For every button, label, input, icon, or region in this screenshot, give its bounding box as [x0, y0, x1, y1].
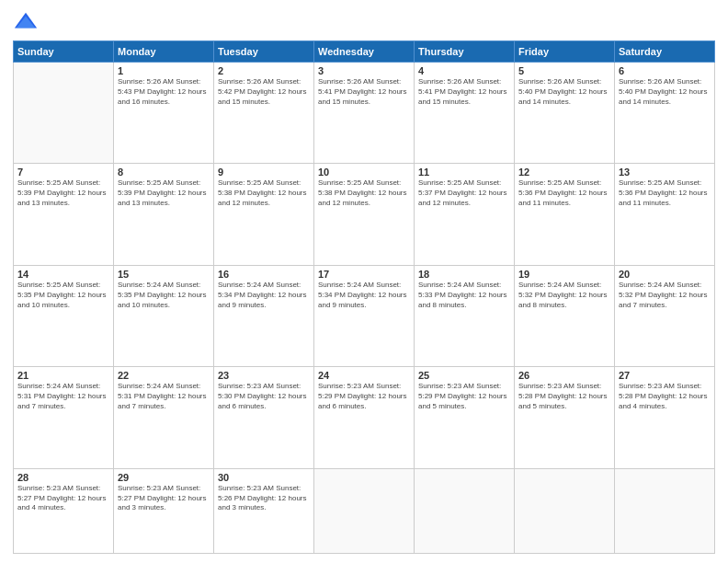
day-number: 14 — [17, 269, 109, 280]
col-header-monday: Monday — [114, 41, 214, 63]
day-number: 22 — [118, 370, 210, 381]
day-info: Sunrise: 5:26 AM Sunset: 5:41 PM Dayligh… — [318, 77, 410, 107]
calendar-cell: 8Sunrise: 5:25 AM Sunset: 5:39 PM Daylig… — [114, 164, 214, 265]
day-info: Sunrise: 5:25 AM Sunset: 5:36 PM Dayligh… — [619, 178, 711, 208]
day-info: Sunrise: 5:24 AM Sunset: 5:34 PM Dayligh… — [218, 281, 310, 310]
calendar-cell: 30Sunrise: 5:23 AM Sunset: 5:26 PM Dayli… — [214, 468, 314, 553]
calendar-cell: 22Sunrise: 5:24 AM Sunset: 5:31 PM Dayli… — [114, 367, 214, 468]
calendar-cell: 18Sunrise: 5:24 AM Sunset: 5:33 PM Dayli… — [415, 265, 515, 366]
calendar-cell — [14, 63, 114, 164]
calendar-cell: 17Sunrise: 5:24 AM Sunset: 5:34 PM Dayli… — [314, 265, 415, 366]
day-number: 15 — [118, 269, 210, 280]
day-number: 28 — [17, 472, 109, 483]
calendar-cell: 14Sunrise: 5:25 AM Sunset: 5:35 PM Dayli… — [14, 265, 114, 366]
day-number: 2 — [218, 65, 310, 76]
calendar-cell: 3Sunrise: 5:26 AM Sunset: 5:41 PM Daylig… — [314, 63, 415, 164]
calendar-cell: 15Sunrise: 5:24 AM Sunset: 5:35 PM Dayli… — [114, 265, 214, 366]
day-info: Sunrise: 5:24 AM Sunset: 5:31 PM Dayligh… — [118, 382, 210, 411]
calendar-week-2: 14Sunrise: 5:25 AM Sunset: 5:35 PM Dayli… — [14, 265, 715, 366]
day-info: Sunrise: 5:26 AM Sunset: 5:42 PM Dayligh… — [218, 77, 310, 107]
day-info: Sunrise: 5:23 AM Sunset: 5:29 PM Dayligh… — [318, 382, 410, 411]
calendar-cell: 7Sunrise: 5:25 AM Sunset: 5:39 PM Daylig… — [14, 164, 114, 265]
day-number: 5 — [518, 65, 610, 76]
calendar-cell: 9Sunrise: 5:25 AM Sunset: 5:38 PM Daylig… — [214, 164, 314, 265]
day-info: Sunrise: 5:23 AM Sunset: 5:27 PM Dayligh… — [118, 484, 210, 513]
day-number: 23 — [218, 370, 310, 381]
calendar-cell: 11Sunrise: 5:25 AM Sunset: 5:37 PM Dayli… — [415, 164, 515, 265]
day-number: 10 — [318, 167, 410, 178]
day-info: Sunrise: 5:24 AM Sunset: 5:33 PM Dayligh… — [418, 281, 510, 310]
calendar-cell: 27Sunrise: 5:23 AM Sunset: 5:28 PM Dayli… — [615, 367, 715, 468]
day-number: 29 — [118, 472, 210, 483]
day-info: Sunrise: 5:26 AM Sunset: 5:41 PM Dayligh… — [418, 77, 510, 107]
day-number: 4 — [418, 65, 510, 76]
col-header-sunday: Sunday — [14, 41, 114, 63]
day-info: Sunrise: 5:26 AM Sunset: 5:43 PM Dayligh… — [118, 77, 210, 107]
day-info: Sunrise: 5:25 AM Sunset: 5:36 PM Dayligh… — [518, 178, 610, 208]
calendar-cell: 5Sunrise: 5:26 AM Sunset: 5:40 PM Daylig… — [515, 63, 615, 164]
day-info: Sunrise: 5:25 AM Sunset: 5:35 PM Dayligh… — [17, 281, 109, 310]
day-number: 17 — [318, 269, 410, 280]
day-number: 6 — [619, 65, 711, 76]
day-info: Sunrise: 5:25 AM Sunset: 5:38 PM Dayligh… — [318, 178, 410, 208]
day-info: Sunrise: 5:24 AM Sunset: 5:32 PM Dayligh… — [619, 281, 711, 310]
day-info: Sunrise: 5:23 AM Sunset: 5:30 PM Dayligh… — [218, 382, 310, 411]
calendar-week-3: 21Sunrise: 5:24 AM Sunset: 5:31 PM Dayli… — [14, 367, 715, 468]
calendar-cell: 16Sunrise: 5:24 AM Sunset: 5:34 PM Dayli… — [214, 265, 314, 366]
calendar-cell: 29Sunrise: 5:23 AM Sunset: 5:27 PM Dayli… — [114, 468, 214, 553]
day-info: Sunrise: 5:25 AM Sunset: 5:38 PM Dayligh… — [218, 178, 310, 208]
calendar-week-4: 28Sunrise: 5:23 AM Sunset: 5:27 PM Dayli… — [14, 468, 715, 553]
calendar-cell: 13Sunrise: 5:25 AM Sunset: 5:36 PM Dayli… — [615, 164, 715, 265]
calendar-cell: 2Sunrise: 5:26 AM Sunset: 5:42 PM Daylig… — [214, 63, 314, 164]
col-header-tuesday: Tuesday — [214, 41, 314, 63]
calendar-cell: 20Sunrise: 5:24 AM Sunset: 5:32 PM Dayli… — [615, 265, 715, 366]
calendar-header-row: SundayMondayTuesdayWednesdayThursdayFrid… — [14, 41, 715, 63]
col-header-thursday: Thursday — [415, 41, 515, 63]
day-info: Sunrise: 5:25 AM Sunset: 5:37 PM Dayligh… — [418, 178, 510, 208]
day-info: Sunrise: 5:26 AM Sunset: 5:40 PM Dayligh… — [619, 77, 711, 107]
calendar-cell: 6Sunrise: 5:26 AM Sunset: 5:40 PM Daylig… — [615, 63, 715, 164]
calendar-cell: 10Sunrise: 5:25 AM Sunset: 5:38 PM Dayli… — [314, 164, 415, 265]
header — [13, 9, 715, 35]
col-header-saturday: Saturday — [615, 41, 715, 63]
calendar-cell: 19Sunrise: 5:24 AM Sunset: 5:32 PM Dayli… — [515, 265, 615, 366]
day-number: 18 — [418, 269, 510, 280]
day-number: 26 — [518, 370, 610, 381]
calendar-cell: 12Sunrise: 5:25 AM Sunset: 5:36 PM Dayli… — [515, 164, 615, 265]
calendar-week-0: 1Sunrise: 5:26 AM Sunset: 5:43 PM Daylig… — [14, 63, 715, 164]
day-info: Sunrise: 5:24 AM Sunset: 5:35 PM Dayligh… — [118, 281, 210, 310]
day-number: 11 — [418, 167, 510, 178]
calendar-cell: 4Sunrise: 5:26 AM Sunset: 5:41 PM Daylig… — [415, 63, 515, 164]
day-number: 20 — [619, 269, 711, 280]
day-number: 21 — [17, 370, 109, 381]
day-info: Sunrise: 5:24 AM Sunset: 5:34 PM Dayligh… — [318, 281, 410, 310]
day-number: 1 — [118, 65, 210, 76]
day-info: Sunrise: 5:25 AM Sunset: 5:39 PM Dayligh… — [118, 178, 210, 208]
col-header-wednesday: Wednesday — [314, 41, 415, 63]
calendar-cell — [415, 468, 515, 553]
day-number: 24 — [318, 370, 410, 381]
day-number: 16 — [218, 269, 310, 280]
day-number: 12 — [518, 167, 610, 178]
col-header-friday: Friday — [515, 41, 615, 63]
day-info: Sunrise: 5:24 AM Sunset: 5:31 PM Dayligh… — [17, 382, 109, 411]
day-number: 25 — [418, 370, 510, 381]
day-info: Sunrise: 5:25 AM Sunset: 5:39 PM Dayligh… — [17, 178, 109, 208]
day-number: 13 — [619, 167, 711, 178]
calendar-cell: 21Sunrise: 5:24 AM Sunset: 5:31 PM Dayli… — [14, 367, 114, 468]
calendar-cell: 24Sunrise: 5:23 AM Sunset: 5:29 PM Dayli… — [314, 367, 415, 468]
calendar-cell — [615, 468, 715, 553]
day-number: 3 — [318, 65, 410, 76]
calendar-cell: 23Sunrise: 5:23 AM Sunset: 5:30 PM Dayli… — [214, 367, 314, 468]
day-info: Sunrise: 5:23 AM Sunset: 5:29 PM Dayligh… — [418, 382, 510, 411]
day-info: Sunrise: 5:23 AM Sunset: 5:26 PM Dayligh… — [218, 484, 310, 513]
day-number: 7 — [17, 167, 109, 178]
calendar-cell: 26Sunrise: 5:23 AM Sunset: 5:28 PM Dayli… — [515, 367, 615, 468]
logo — [13, 9, 42, 35]
day-number: 19 — [518, 269, 610, 280]
calendar-week-1: 7Sunrise: 5:25 AM Sunset: 5:39 PM Daylig… — [14, 164, 715, 265]
calendar-cell — [314, 468, 415, 553]
calendar-cell: 1Sunrise: 5:26 AM Sunset: 5:43 PM Daylig… — [114, 63, 214, 164]
calendar-cell — [515, 468, 615, 553]
day-info: Sunrise: 5:24 AM Sunset: 5:32 PM Dayligh… — [518, 281, 610, 310]
